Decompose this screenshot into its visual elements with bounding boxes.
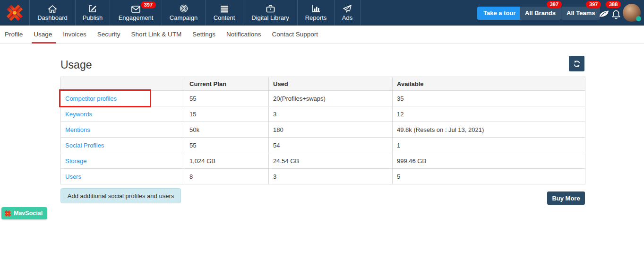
tab-profile[interactable]: Profile <box>5 26 23 43</box>
social-profiles-link[interactable]: Social Profiles <box>65 142 104 149</box>
table-row-competitor-profiles: Competitor profiles 55 20(Profiles+swaps… <box>61 91 585 106</box>
table-row-keywords: Keywords 15 3 12 <box>61 106 585 122</box>
nav-item-digital-library[interactable]: Digital Library <box>243 0 298 26</box>
nav-item-engagement[interactable]: 397 Engagement <box>110 0 162 26</box>
nav-item-publish[interactable]: Publish <box>76 0 110 26</box>
nav-item-label: Publish <box>83 14 103 21</box>
all-brands-label: All Brands <box>525 9 556 17</box>
list-icon <box>220 4 229 13</box>
notifications-bell-icon[interactable]: 388 <box>611 9 621 22</box>
all-brands-button[interactable]: All Brands 397 <box>520 7 561 20</box>
table-row-storage: Storage 1,024 GB 24.54 GB 999.46 GB <box>61 153 585 169</box>
cell-used: 3 <box>269 169 393 184</box>
nav-item-dashboard[interactable]: Dashboard <box>30 0 76 26</box>
nav-item-label: Digital Library <box>251 14 289 21</box>
all-teams-badge: 397 <box>586 1 601 8</box>
briefcase-icon <box>266 4 275 13</box>
buy-more-button[interactable]: Buy More <box>547 191 585 205</box>
all-brands-badge: 397 <box>547 1 562 8</box>
refresh-icon <box>573 60 581 68</box>
cell-available: 12 <box>393 106 585 122</box>
col-header-current-plan: Current Plan <box>185 77 269 91</box>
tab-notifications[interactable]: Notifications <box>226 26 261 43</box>
top-navbar: Dashboard Publish 397 Engagement Campaig… <box>0 0 644 26</box>
cell-current-plan: 50k <box>185 122 269 138</box>
cell-used: 54 <box>269 138 393 153</box>
envelope-icon <box>131 4 140 13</box>
cell-available: 35 <box>393 91 585 106</box>
nav-item-campaign[interactable]: Campaign <box>162 0 206 26</box>
paper-plane-icon <box>343 4 352 13</box>
take-a-tour-button[interactable]: Take a tour <box>477 7 522 20</box>
mavsocial-star-icon <box>4 210 11 217</box>
col-header-empty <box>61 77 185 91</box>
users-link[interactable]: Users <box>65 173 81 180</box>
cell-current-plan: 8 <box>185 169 269 184</box>
notifications-badge: 388 <box>606 1 621 8</box>
table-row-social-profiles: Social Profiles 55 54 1 <box>61 138 585 153</box>
home-icon <box>48 4 57 13</box>
usage-table: Current Plan Used Available Competitor p… <box>60 77 585 184</box>
cell-available: 49.8k (Resets on : Jul 13, 2021) <box>393 122 585 138</box>
table-row-users: Users 8 3 5 <box>61 169 585 184</box>
nav-item-ads[interactable]: Ads <box>335 0 361 26</box>
mavsocial-logo[interactable] <box>0 0 30 26</box>
all-teams-label: All Teams <box>567 9 595 17</box>
tab-security[interactable]: Security <box>97 26 120 43</box>
cell-used: 3 <box>269 106 393 122</box>
storage-link[interactable]: Storage <box>65 157 87 165</box>
cell-available: 5 <box>393 169 585 184</box>
nav-item-label: Content <box>214 14 235 21</box>
tab-usage[interactable]: Usage <box>34 26 52 43</box>
mavsocial-star-icon <box>6 4 24 22</box>
bullseye-icon <box>180 4 188 13</box>
cell-available: 999.46 GB <box>393 153 585 169</box>
col-header-available: Available <box>393 77 585 91</box>
add-social-profiles-button[interactable]: Add additional social profiles and users <box>60 188 181 203</box>
page-title: Usage <box>60 59 92 71</box>
competitor-profiles-link[interactable]: Competitor profiles <box>65 95 117 102</box>
cell-current-plan: 15 <box>185 106 269 122</box>
navbar-divider <box>597 9 597 18</box>
all-teams-button[interactable]: All Teams 397 <box>561 7 600 20</box>
settings-tabbar: Profile Usage Invoices Security Short Li… <box>0 26 644 44</box>
cell-current-plan: 55 <box>185 138 269 153</box>
chat-launcher-label: MavSocial <box>14 210 43 217</box>
online-status-dot <box>636 16 641 21</box>
tab-contact-support[interactable]: Contact Support <box>272 26 318 43</box>
nav-item-label: Campaign <box>170 14 197 21</box>
bar-chart-icon <box>312 4 320 13</box>
refresh-button[interactable] <box>569 56 584 71</box>
cell-used: 180 <box>269 122 393 138</box>
nav-item-label: Dashboard <box>37 14 68 21</box>
user-avatar[interactable] <box>623 4 641 22</box>
cell-current-plan: 55 <box>185 91 269 106</box>
table-header-row: Current Plan Used Available <box>61 77 585 91</box>
mavsocial-chat-launcher[interactable]: MavSocial <box>1 207 47 219</box>
nav-item-content[interactable]: Content <box>206 0 243 26</box>
tab-short-link-utm[interactable]: Short Link & UTM <box>131 26 182 43</box>
edit-icon <box>88 4 97 13</box>
cell-current-plan: 1,024 GB <box>185 153 269 169</box>
nav-item-label: Engagement <box>119 14 154 21</box>
cell-used: 20(Profiles+swaps) <box>269 91 393 106</box>
engagement-badge: 397 <box>141 1 156 9</box>
tab-invoices[interactable]: Invoices <box>63 26 86 43</box>
chat-leaf-icon[interactable] <box>599 10 610 20</box>
tab-settings[interactable]: Settings <box>192 26 215 43</box>
col-header-used: Used <box>269 77 393 91</box>
nav-item-label: Reports <box>305 14 327 21</box>
cell-used: 24.54 GB <box>269 153 393 169</box>
nav-item-label: Ads <box>342 14 352 21</box>
mentions-link[interactable]: Mentions <box>65 126 90 133</box>
table-row-mentions: Mentions 50k 180 49.8k (Resets on : Jul … <box>61 122 585 138</box>
cell-available: 1 <box>393 138 585 153</box>
keywords-link[interactable]: Keywords <box>65 111 92 118</box>
nav-item-reports[interactable]: Reports <box>298 0 335 26</box>
